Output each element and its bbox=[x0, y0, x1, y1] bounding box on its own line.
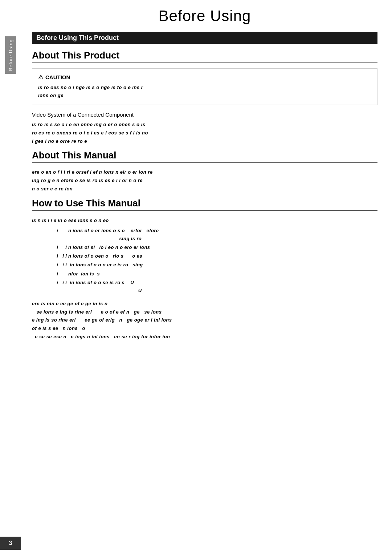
video-body-text: is ro is s se o i e en onne ing o er o o… bbox=[32, 121, 377, 145]
bottom-line4: of e is s ee n ions o bbox=[32, 326, 85, 331]
list-item-1: i n ions of o er ions o s o erfor efore … bbox=[39, 227, 377, 243]
list-content-4: n ions of o o o er e is ro sing bbox=[71, 261, 377, 269]
list-item-5: i nfor ion is s bbox=[39, 270, 377, 278]
video-subsection-title: Video System of a Connected Component bbox=[32, 112, 377, 118]
list-marker-2: i i bbox=[39, 243, 68, 251]
page-container: Before Using 3 Before Using Before Using… bbox=[0, 0, 392, 557]
caution-title: ⚠ CAUTION bbox=[38, 74, 371, 81]
video-text-line2: ro es re o onens re o i e i es e i eos s… bbox=[32, 130, 148, 136]
caution-box: ⚠ CAUTION is ro oes no o i nge is s o ng… bbox=[32, 68, 377, 105]
how-to-use-section: How to Use This Manual is n is i i e in … bbox=[32, 198, 377, 341]
bottom-line3: e ing is so rine eri ee ge of erig n ge … bbox=[32, 317, 172, 323]
list-marker-6: i i i i bbox=[39, 279, 71, 295]
caution-line2: ions on ge bbox=[38, 93, 64, 98]
sidebar: Before Using 3 bbox=[0, 0, 21, 557]
list-content-6: n ions of o o se is ro s U U bbox=[71, 279, 377, 295]
about-manual-section: About This Manual ere o en o f i i ri e … bbox=[32, 150, 377, 193]
bottom-section: ere is nin e ee ge of e ge in is n se io… bbox=[32, 300, 377, 341]
video-text-line1: is ro is s se o i e en onne ing o er o o… bbox=[32, 122, 146, 127]
list-content-2: n ions of si io i eo n o ero er ions bbox=[68, 243, 377, 251]
list-marker-4: i i i i bbox=[39, 261, 71, 269]
video-subsection: Video System of a Connected Component is… bbox=[32, 112, 377, 145]
bottom-line5: e se se ese n e ings n ini ions en se r … bbox=[32, 334, 170, 339]
manual-line1: ere o en o f i i ri e orsef i ef n ions … bbox=[32, 169, 153, 175]
about-product-heading: About This Product bbox=[32, 50, 377, 63]
list-items-block: i n ions of o er ions o s o erfor efore … bbox=[39, 227, 377, 295]
list-content-1: n ions of o er ions o s o erfor efore si… bbox=[68, 227, 377, 243]
list-item-2: i i n ions of si io i eo n o ero er ions bbox=[39, 243, 377, 251]
about-product-section: About This Product ⚠ CAUTION is ro oes n… bbox=[32, 50, 377, 145]
list-item-3: i i i n ions of o oen o rio s o es bbox=[39, 252, 377, 260]
list-item-4: i i i i n ions of o o o er e is ro sing bbox=[39, 261, 377, 269]
caution-icon: ⚠ bbox=[38, 74, 43, 81]
section-header-black: Before Using This Product bbox=[32, 32, 377, 44]
about-manual-text: ere o en o f i i ri e orsef i ef n ions … bbox=[32, 168, 377, 193]
list-content-3: n ions of o oen o rio s o es bbox=[68, 252, 377, 260]
list-marker-5: i bbox=[39, 270, 68, 278]
manual-line3: n o ser e e re ion bbox=[32, 186, 73, 191]
list-marker-3: i i i bbox=[39, 252, 68, 260]
sidebar-tab-label: Before Using bbox=[8, 39, 13, 71]
page-title: Before Using bbox=[32, 7, 377, 25]
how-to-list: is n is i i e in o ese ions s o n eo i n… bbox=[32, 216, 377, 341]
main-content: Before Using Before Using This Product A… bbox=[21, 0, 392, 557]
list-marker-1: i bbox=[39, 227, 68, 243]
list-item-6: i i i i n ions of o o se is ro s U U bbox=[39, 279, 377, 295]
caution-line1: is ro oes no o i nge is s o nge is fo o … bbox=[38, 85, 143, 90]
sidebar-tab: Before Using bbox=[5, 36, 16, 74]
video-text-line3: i ges i no e orre re ro e bbox=[32, 138, 87, 144]
list-intro: is n is i i e in o ese ions s o n eo bbox=[32, 216, 377, 225]
manual-line2: ing ro g e n efore o se is ro is es e i … bbox=[32, 178, 143, 183]
caution-label: CAUTION bbox=[45, 74, 70, 80]
caution-text: is ro oes no o i nge is s o nge is fo o … bbox=[38, 84, 371, 100]
list-content-5: nfor ion is s bbox=[68, 270, 377, 278]
bottom-line2: se ions e ing is rine eri e o of e ef n … bbox=[32, 309, 162, 315]
bottom-line1: ere is nin e ee ge of e ge in is n bbox=[32, 301, 107, 306]
page-number: 3 bbox=[0, 537, 21, 550]
about-manual-heading: About This Manual bbox=[32, 150, 377, 163]
how-to-use-heading: How to Use This Manual bbox=[32, 198, 377, 211]
